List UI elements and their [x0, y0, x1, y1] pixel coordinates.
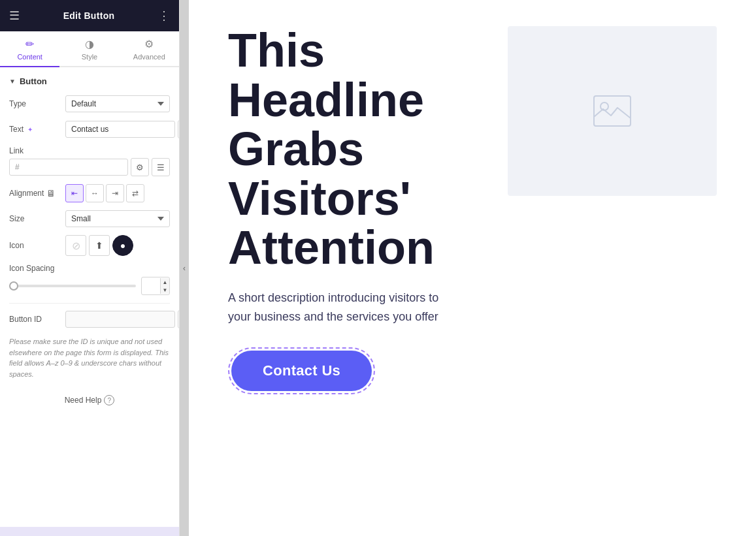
align-left-btn[interactable]: ⇤ — [65, 184, 84, 202]
slider-spinner: ▲ ▼ — [160, 278, 169, 294]
alignment-buttons: ⇤ ↔ ⇥ ⇄ — [65, 184, 144, 202]
link-options-btn[interactable]: ☰ — [152, 158, 170, 176]
panel-bottom — [0, 527, 179, 536]
spinner-up[interactable]: ▲ — [160, 278, 169, 286]
canvas-description: A short description introducing visitors… — [228, 289, 450, 326]
icon-group: ⊘ ⬆ ● — [65, 235, 133, 256]
help-icon: ? — [104, 395, 114, 405]
size-control: Default Small Medium Large XL — [65, 210, 170, 227]
button-id-label: Button ID — [9, 315, 61, 324]
align-center-btn[interactable]: ↔ — [86, 184, 104, 202]
divider — [9, 303, 170, 304]
icon-control: ⊘ ⬆ ● — [65, 235, 170, 256]
need-help-label: Need Help — [65, 396, 102, 405]
type-label: Type — [9, 99, 61, 108]
text-options-btn[interactable]: ☰ — [178, 120, 179, 138]
type-row: Type Default Info Success Warning Danger — [9, 95, 170, 112]
size-select[interactable]: Default Small Medium Large XL — [65, 210, 170, 227]
button-selection-outline: Contact Us — [228, 347, 375, 394]
tab-content[interactable]: ✏ Content — [0, 31, 59, 67]
link-input[interactable] — [9, 159, 128, 176]
circle-icon-btn[interactable]: ● — [112, 235, 133, 256]
svg-rect-0 — [594, 96, 631, 126]
link-settings-btn[interactable]: ⚙ — [131, 158, 149, 176]
canvas-content: This Headline Grabs Visitors' Attention … — [228, 26, 717, 394]
button-id-input[interactable] — [65, 311, 175, 328]
canvas-headline: This Headline Grabs Visitors' Attention — [228, 26, 482, 273]
content-icon: ✏ — [25, 38, 34, 50]
align-right-btn[interactable]: ⇥ — [106, 184, 124, 202]
alignment-control: ⇤ ↔ ⇥ ⇄ — [65, 184, 170, 202]
button-id-options-btn[interactable]: ☰ — [178, 310, 179, 328]
type-control: Default Info Success Warning Danger — [65, 95, 170, 112]
icon-label: Icon — [9, 241, 61, 250]
svg-point-1 — [600, 102, 608, 110]
icon-spacing-label: Icon Spacing — [9, 264, 170, 273]
slider-value: ▲ ▼ — [141, 277, 170, 295]
link-label: Link — [9, 146, 170, 155]
canvas-image-placeholder — [508, 26, 717, 196]
text-row: Text ✦ ☰ — [9, 120, 170, 138]
text-label: Text ✦ — [9, 125, 61, 134]
upload-icon-btn[interactable]: ⬆ — [89, 235, 110, 256]
tab-advanced[interactable]: ⚙ Advanced — [120, 31, 179, 67]
button-id-control: ☰ — [65, 310, 179, 328]
menu-icon[interactable]: ☰ — [9, 8, 20, 23]
alignment-row: Alignment 🖥 ⇤ ↔ ⇥ ⇄ — [9, 184, 170, 202]
type-select[interactable]: Default Info Success Warning Danger — [65, 95, 170, 112]
tab-style-label: Style — [82, 53, 97, 61]
monitor-icon: 🖥 — [46, 188, 56, 198]
section-arrow-icon: ▼ — [9, 78, 16, 85]
collapse-handle[interactable]: ‹ — [180, 0, 189, 536]
cta-button[interactable]: Contact Us — [231, 351, 372, 391]
panel-body: ▼ Button Type Default Info Success Warni… — [0, 67, 179, 527]
info-text: Please make sure the ID is unique and no… — [9, 336, 170, 379]
link-row: Link ⚙ ☰ — [9, 146, 170, 176]
align-justify-btn[interactable]: ⇄ — [126, 184, 144, 202]
section-header: ▼ Button — [9, 76, 170, 86]
alignment-label: Alignment 🖥 — [9, 188, 61, 198]
size-label: Size — [9, 214, 61, 223]
size-row: Size Default Small Medium Large XL — [9, 210, 170, 227]
left-panel: ☰ Edit Button ⋮ ✏ Content ◑ Style ⚙ Adva… — [0, 0, 180, 536]
panel-header: ☰ Edit Button ⋮ — [0, 0, 179, 31]
grid-icon[interactable]: ⋮ — [158, 8, 170, 23]
button-id-row: Button ID ☰ — [9, 310, 170, 328]
text-input[interactable] — [65, 121, 175, 138]
section-label: Button — [20, 76, 47, 86]
right-canvas: This Headline Grabs Visitors' Attention … — [189, 0, 756, 536]
text-control: ☰ — [65, 120, 179, 138]
dynamic-icon[interactable]: ✦ — [27, 126, 33, 133]
panel-tabs: ✏ Content ◑ Style ⚙ Advanced — [0, 31, 179, 67]
slider-control: ▲ ▼ — [9, 277, 170, 295]
link-input-row: ⚙ ☰ — [9, 158, 170, 176]
icon-row: Icon ⊘ ⬆ ● — [9, 235, 170, 256]
canvas-left: This Headline Grabs Visitors' Attention … — [228, 26, 482, 394]
icon-spacing-row: Icon Spacing ▲ ▼ — [9, 264, 170, 295]
panel-title: Edit Button — [63, 10, 115, 21]
button-wrapper: Contact Us — [228, 347, 375, 394]
tab-content-label: Content — [17, 53, 42, 61]
image-placeholder-icon — [593, 95, 632, 127]
no-icon-btn[interactable]: ⊘ — [65, 235, 86, 256]
advanced-icon: ⚙ — [144, 38, 154, 50]
tab-advanced-label: Advanced — [133, 53, 165, 61]
spinner-down[interactable]: ▼ — [160, 286, 169, 294]
style-icon: ◑ — [85, 38, 94, 50]
need-help[interactable]: Need Help ? — [9, 388, 170, 412]
tab-style[interactable]: ◑ Style — [59, 31, 119, 67]
icon-spacing-slider[interactable] — [9, 285, 136, 287]
